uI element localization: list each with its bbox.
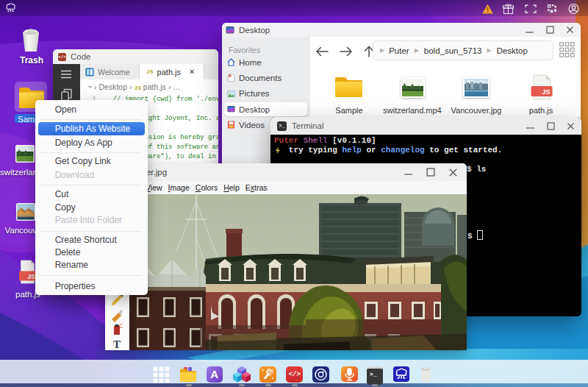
svg-text:JS: JS bbox=[542, 88, 550, 96]
svg-text:JS: JS bbox=[27, 273, 35, 280]
svg-text:T: T bbox=[113, 338, 121, 350]
